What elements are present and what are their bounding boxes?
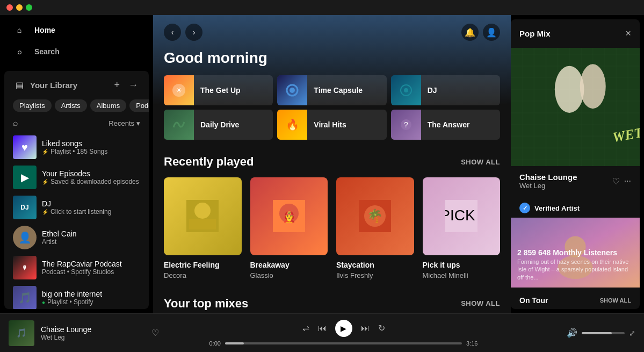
staycation-title: Staycation xyxy=(336,261,414,269)
previous-button[interactable]: ⏮ xyxy=(318,324,327,333)
answer-art: ? xyxy=(391,110,421,140)
library-item-bigoninternet[interactable]: 🎵 big on the internet ● Playlist • Spoti… xyxy=(9,283,144,309)
on-tour-title: On Tour xyxy=(519,296,548,305)
notifications-button[interactable]: 🔔 xyxy=(461,24,479,41)
on-tour-show-all[interactable]: Show all xyxy=(600,297,631,304)
recents-button[interactable]: Recents ▾ xyxy=(108,119,140,127)
panel-heart-button[interactable]: ♡ xyxy=(612,176,620,186)
on-tour-header: On Tour Show all xyxy=(511,288,640,309)
answer-label: The Answer xyxy=(421,120,476,129)
library-item-ethel-cain[interactable]: 👤 Ethel Cain Artist xyxy=(9,222,144,253)
progress-row: 0:00 3:16 xyxy=(209,340,478,347)
svg-point-13 xyxy=(279,204,299,223)
filter-podcasts[interactable]: Podcasts xyxy=(129,99,149,112)
rapcaviar-meta: Podcast • Spotify Studios xyxy=(42,268,140,276)
volume-icon-button[interactable]: 🔊 xyxy=(567,328,577,338)
header-right: 🔔 👤 xyxy=(461,24,500,41)
fullscreen-button[interactable]: ⤢ xyxy=(629,329,635,337)
repeat-button[interactable]: ↻ xyxy=(378,323,385,333)
minimize-button[interactable] xyxy=(16,4,23,11)
panel-header: Pop Mix × xyxy=(511,19,640,48)
recently-played-title: Recently played xyxy=(164,155,254,169)
library-item-dj[interactable]: DJ DJ ⚡ Click to start listening xyxy=(9,192,144,222)
quick-item-viralhits[interactable]: 🔥 Viral Hits xyxy=(277,110,386,140)
quick-item-getup[interactable]: ☀ The Get Up xyxy=(164,75,273,105)
rapcaviar-art: 🎙 xyxy=(13,256,37,279)
card-pickitup[interactable]: PICK IT Pick it ups Michael Minelli xyxy=(423,177,501,279)
svg-text:☀: ☀ xyxy=(176,86,183,95)
close-button[interactable] xyxy=(6,4,13,11)
card-electric[interactable]: Electric Feeling Decora xyxy=(164,177,242,279)
fullscreen-button[interactable] xyxy=(26,4,32,11)
player-bar: 🎵 Chaise Lounge Wet Leg ♡ ⇌ ⏮ ▶ ⏭ ↻ 0:00… xyxy=(0,313,644,352)
panel-track-actions: ♡ ··· xyxy=(612,176,631,186)
player-center: ⇌ ⏮ ▶ ⏭ ↻ 0:00 3:16 xyxy=(159,320,528,347)
library-item-liked-songs[interactable]: ♥ Liked songs ⚡ Playlist • 185 Songs xyxy=(9,132,144,162)
play-pause-button[interactable]: ▶ xyxy=(335,320,352,337)
dailydrive-art xyxy=(164,110,194,140)
back-button[interactable]: ‹ xyxy=(164,24,181,41)
quick-item-dj[interactable]: DJ xyxy=(391,75,500,105)
library-item-episodes[interactable]: ▶ Your Episodes ⚡ Saved & downloaded epi… xyxy=(9,162,144,192)
library-icon: ▤ xyxy=(13,79,26,92)
top-mixes-show-all[interactable]: Show all xyxy=(461,299,500,307)
filter-artists[interactable]: Artists xyxy=(55,99,87,112)
panel-artist-section: ✓ Verified Artist xyxy=(511,196,640,309)
breakaway-title: Breakaway xyxy=(250,261,328,269)
verified-check-icon: ✓ xyxy=(519,203,530,213)
liked-songs-name: Liked songs xyxy=(42,139,140,148)
nav-home[interactable]: ⌂ Home xyxy=(0,19,153,41)
library-item-rapcaviar[interactable]: 🎙 The RapCaviar Podcast Podcast • Spotif… xyxy=(9,253,144,283)
electric-title: Electric Feeling xyxy=(164,261,242,269)
card-staycation[interactable]: 🌴 Staycation Ilvis Freshly xyxy=(336,177,414,279)
recently-played-show-all[interactable]: Show all xyxy=(461,158,500,166)
forward-button[interactable]: › xyxy=(185,24,202,41)
avatar-button[interactable]: 👤 xyxy=(483,24,500,41)
volume-bar[interactable] xyxy=(582,332,625,334)
card-breakaway[interactable]: 👨‍🚒 Breakaway Glassio xyxy=(250,177,328,279)
player-heart-button[interactable]: ♡ xyxy=(151,328,159,338)
library-title[interactable]: Your Library xyxy=(30,81,77,90)
main-scroll: Good morning ☀ The Get Up Time Capsule xyxy=(153,41,511,313)
quick-item-timecapsule[interactable]: Time Capsule xyxy=(277,75,386,105)
home-icon: ⌂ xyxy=(13,24,26,37)
ethel-cain-art: 👤 xyxy=(13,226,37,249)
player-track-info: Chaise Lounge Wet Leg xyxy=(41,325,145,341)
liked-songs-meta: ⚡ Playlist • 185 Songs xyxy=(42,148,140,155)
recents-chevron: ▾ xyxy=(136,119,140,127)
volume-fill xyxy=(582,332,612,334)
library-expand-button[interactable]: → xyxy=(126,77,140,93)
artist-stats: 2 859 648 Monthly Listeners Forming out … xyxy=(517,248,633,281)
filter-albums[interactable]: Albums xyxy=(90,99,126,112)
library-section: ▤ Your Library + → Playlists Artists Alb… xyxy=(4,71,149,309)
library-add-button[interactable]: + xyxy=(112,77,122,93)
main-content: ‹ › 🔔 👤 Good morning ☀ The Get Up xyxy=(153,15,511,313)
episodes-meta: ⚡ Saved & downloaded episodes xyxy=(42,178,140,185)
library-search-icon[interactable]: ⌕ xyxy=(13,118,18,128)
nav-search[interactable]: ⌕ Search xyxy=(0,41,153,62)
library-search-row: ⌕ Recents ▾ xyxy=(4,116,149,130)
liked-songs-info: Liked songs ⚡ Playlist • 185 Songs xyxy=(42,139,140,155)
timecapsule-label: Time Capsule xyxy=(307,86,369,95)
panel-close-button[interactable]: × xyxy=(625,28,631,39)
quick-item-dailydrive[interactable]: Daily Drive xyxy=(164,110,273,140)
verified-text: Verified Artist xyxy=(534,204,580,212)
nav-arrows: ‹ › xyxy=(164,24,202,41)
svg-point-32 xyxy=(555,66,584,113)
electric-subtitle: Decora xyxy=(164,271,242,279)
rapcaviar-name: The RapCaviar Podcast xyxy=(42,260,140,268)
recently-played-grid: Electric Feeling Decora 👨‍🚒 Breakaway Gl… xyxy=(164,177,500,279)
dj-quick-label: DJ xyxy=(421,86,444,95)
svg-point-10 xyxy=(194,203,211,219)
library-title-row: ▤ Your Library xyxy=(13,79,77,92)
next-button[interactable]: ⏭ xyxy=(361,324,370,333)
filter-tabs: Playlists Artists Albums Podcasts › xyxy=(4,97,149,116)
progress-bar[interactable] xyxy=(225,342,462,344)
quick-item-answer[interactable]: ? The Answer xyxy=(391,110,500,140)
traffic-lights xyxy=(6,4,32,11)
panel-more-button[interactable]: ··· xyxy=(624,176,631,186)
artist-hero: 2 859 648 Monthly Listeners Forming out … xyxy=(511,218,640,288)
filter-playlists[interactable]: Playlists xyxy=(13,99,52,112)
shuffle-button[interactable]: ⇌ xyxy=(302,323,309,333)
breakaway-art-wrap: 👨‍🚒 xyxy=(250,177,328,255)
